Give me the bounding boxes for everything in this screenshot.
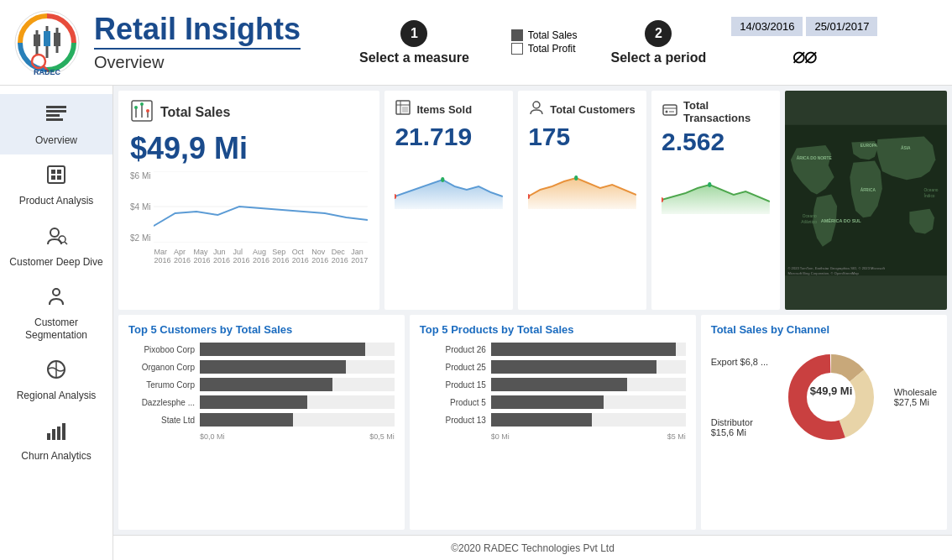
svg-text:Oceano: Oceano [803,214,817,218]
product-bar-fill-5 [491,413,593,427]
svg-rect-2 [34,34,40,46]
items-sold-mini-chart [395,154,503,209]
wholesale-label: Wholesale$27,5 Mi [894,387,937,407]
overview-icon [44,102,68,131]
svg-point-35 [146,109,149,113]
total-sales-icon [130,99,154,126]
products-bar-chart: Product 26 Product 25 Product 15 [420,343,686,427]
product-bar-fill-3 [491,378,627,391]
svg-text:$49,9 Mi: $49,9 Mi [810,385,853,397]
sidebar-item-customer-deep-dive[interactable]: Customer Deep Dive [0,216,112,276]
sidebar-item-customer-segmentation[interactable]: Customer Segmentation [0,276,112,349]
svg-point-44 [441,177,444,182]
measure-badge: 1 [400,20,427,47]
total-sales-value: $49,9 Mi [130,131,368,166]
product-label-4: Product 5 [420,398,491,407]
x-label-aug: Aug2016 [253,248,269,264]
svg-rect-17 [51,175,55,180]
sidebar-segmentation-label: Customer Segmentation [7,317,106,341]
svg-rect-16 [57,170,61,174]
x-label-jun: Jun2016 [213,248,230,264]
footer-text: ©2020 RADEC Technologies Pvt Ltd [451,542,615,554]
customers-mini-chart [528,154,636,209]
customer-deep-dive-icon [44,224,68,253]
y-label-4mi: $4 Mi [130,202,150,212]
period-selector[interactable]: 2 Select a period [611,20,707,65]
world-map-svg: Oceano Atlântico AMÉRICA DO SUL ÁRICA DO… [785,91,947,310]
top-products-title: Top 5 Products by Total Sales [420,323,686,336]
product-bar-row-1: Product 26 [420,343,686,356]
sidebar-item-product-analysis[interactable]: Product Analysis [0,154,112,215]
donut-left-labels: Export $6,8 ... Distributor$15,6 Mi [711,357,768,437]
legend: Total Sales Total Profit [511,29,578,56]
product-bar-row-4: Product 5 [420,395,686,409]
svg-rect-27 [57,427,60,440]
metrics-row: Total Sales $49,9 Mi $6 Mi $4 Mi $2 Mi [113,86,952,312]
date-from-button[interactable]: 14/03/2016 [731,17,803,36]
top-customers-title: Top 5 Customers by Total Sales [128,323,395,336]
distributor-label: Distributor$15,6 Mi [711,417,768,437]
svg-point-19 [50,228,59,237]
customers-axis-0: $0,0 Mi [200,432,225,441]
svg-point-48 [574,175,578,181]
date-to-button[interactable]: 25/01/2017 [806,17,877,36]
total-transactions-title: Total Transactions [683,99,770,124]
export-label: Export $6,8 ... [711,357,768,367]
bottom-row: Top 5 Customers by Total Sales Pixoboo C… [113,312,952,535]
legend-total-sales: Total Sales [511,29,578,41]
sidebar-item-regional-analysis[interactable]: Regional Analysis [0,349,112,410]
svg-text:Atlântico: Atlântico [801,220,817,224]
svg-text:ÁRICA DO NORTE: ÁRICA DO NORTE [797,155,833,160]
glasses-icon: ⌀⌀ [792,43,816,69]
customer-label-4: Dazzlesphe ... [128,398,200,407]
title-block: Retail Insights Overview [94,13,301,72]
products-axis-0: $0 Mi [491,432,510,441]
customer-label-2: Organon Corp [128,363,200,372]
donut-section: Export $6,8 ... Distributor$15,6 Mi [711,343,937,452]
total-sales-header: Total Sales [130,99,368,126]
customer-bar-row-1: Pixoboo Corp [128,343,395,356]
customer-bar-track-1 [200,343,395,356]
svg-marker-54 [662,185,770,214]
date-buttons[interactable]: 14/03/2016 25/01/2017 [731,17,877,36]
svg-point-22 [53,289,60,296]
customer-label-1: Pixoboo Corp [128,345,200,354]
y-label-6mi: $6 Mi [130,171,150,181]
customer-bar-track-2 [200,360,395,374]
svg-text:© 2023 TomTom, Earthstar Geogr: © 2023 TomTom, Earthstar Geographics SIO… [787,266,885,270]
product-bar-fill-2 [491,360,656,374]
svg-rect-18 [57,175,61,180]
total-customers-card: Total Customers 175 [518,91,646,310]
x-label-nov: Nov2016 [311,248,328,264]
svg-text:Índico: Índico [923,193,934,198]
product-bar-track-3 [491,378,686,391]
sidebar-overview-label: Overview [35,134,77,146]
svg-point-55 [708,182,711,187]
regional-analysis-icon [44,358,68,386]
items-sold-header: Items Sold [395,99,503,119]
x-label-apr: Apr2016 [174,248,191,264]
channel-title: Total Sales by Channel [711,323,937,336]
total-sales-title: Total Sales [160,105,230,120]
svg-point-20 [59,236,65,243]
total-transactions-card: Total Transactions 2.562 [651,91,780,310]
measure-selector[interactable]: 1 Select a measure [359,20,469,65]
x-label-sep: Sep2016 [272,248,289,264]
total-customers-header: Total Customers [528,99,636,119]
customer-label-5: State Ltd [128,416,200,425]
legend-total-profit: Total Profit [511,43,578,55]
sidebar-product-label: Product Analysis [19,195,94,207]
x-label-oct: Oct2016 [292,248,309,264]
sidebar-item-churn-analytics[interactable]: Churn Analytics [0,410,112,470]
customers-axis: $0,0 Mi $0,5 Mi [128,431,395,441]
products-axis: $0 Mi $5 Mi [420,431,686,441]
customers-axis-1: $0,5 Mi [369,432,395,441]
content-area: Total Sales $49,9 Mi $6 Mi $4 Mi $2 Mi [113,86,952,560]
channel-sales-card: Total Sales by Channel Export $6,8 ... D… [701,315,947,530]
customer-bar-fill-1 [200,343,365,356]
svg-rect-14 [48,166,65,183]
app-header: RADEC Retail Insights Overview 1 Select … [0,0,952,86]
svg-text:RADEC: RADEC [34,68,61,76]
sidebar-item-overview[interactable]: Overview [0,94,112,154]
products-axis-1: $5 Mi [667,432,686,441]
